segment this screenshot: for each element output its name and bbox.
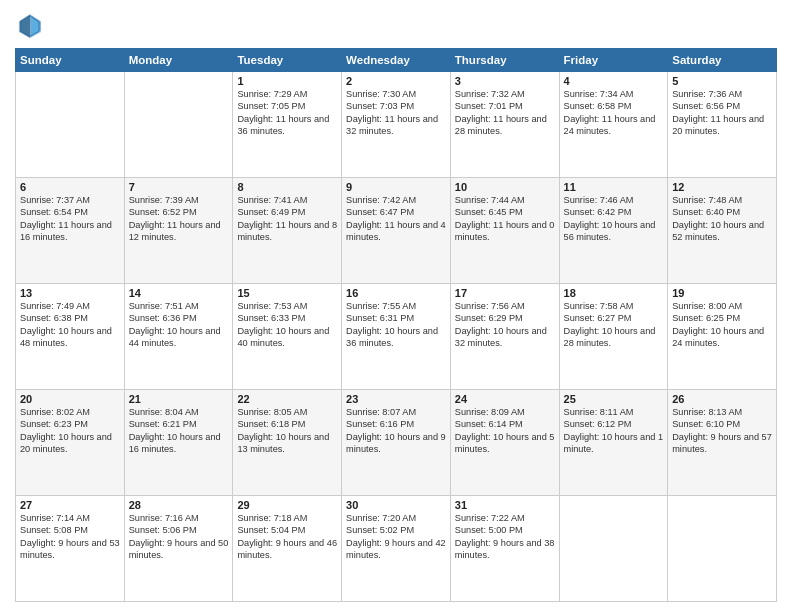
day-number: 2 [346, 75, 446, 87]
day-number: 25 [564, 393, 664, 405]
calendar-week-1: 1Sunrise: 7:29 AMSunset: 7:05 PMDaylight… [16, 72, 777, 178]
day-header-sunday: Sunday [16, 49, 125, 72]
cell-info: Sunrise: 7:20 AMSunset: 5:02 PMDaylight:… [346, 512, 446, 562]
day-number: 31 [455, 499, 555, 511]
calendar-header-row: SundayMondayTuesdayWednesdayThursdayFrid… [16, 49, 777, 72]
day-number: 6 [20, 181, 120, 193]
calendar-cell: 25Sunrise: 8:11 AMSunset: 6:12 PMDayligh… [559, 390, 668, 496]
cell-info: Sunrise: 7:51 AMSunset: 6:36 PMDaylight:… [129, 300, 229, 350]
calendar-cell: 18Sunrise: 7:58 AMSunset: 6:27 PMDayligh… [559, 284, 668, 390]
day-number: 19 [672, 287, 772, 299]
calendar-cell: 30Sunrise: 7:20 AMSunset: 5:02 PMDayligh… [342, 496, 451, 602]
day-number: 12 [672, 181, 772, 193]
day-number: 18 [564, 287, 664, 299]
cell-info: Sunrise: 8:09 AMSunset: 6:14 PMDaylight:… [455, 406, 555, 456]
calendar-week-2: 6Sunrise: 7:37 AMSunset: 6:54 PMDaylight… [16, 178, 777, 284]
day-number: 8 [237, 181, 337, 193]
cell-info: Sunrise: 7:58 AMSunset: 6:27 PMDaylight:… [564, 300, 664, 350]
logo-icon [15, 10, 45, 40]
day-header-monday: Monday [124, 49, 233, 72]
day-number: 10 [455, 181, 555, 193]
calendar-cell: 21Sunrise: 8:04 AMSunset: 6:21 PMDayligh… [124, 390, 233, 496]
day-number: 29 [237, 499, 337, 511]
calendar-cell: 16Sunrise: 7:55 AMSunset: 6:31 PMDayligh… [342, 284, 451, 390]
day-number: 5 [672, 75, 772, 87]
calendar-cell: 3Sunrise: 7:32 AMSunset: 7:01 PMDaylight… [450, 72, 559, 178]
day-number: 1 [237, 75, 337, 87]
cell-info: Sunrise: 7:39 AMSunset: 6:52 PMDaylight:… [129, 194, 229, 244]
calendar-cell [668, 496, 777, 602]
calendar-week-4: 20Sunrise: 8:02 AMSunset: 6:23 PMDayligh… [16, 390, 777, 496]
calendar-cell: 22Sunrise: 8:05 AMSunset: 6:18 PMDayligh… [233, 390, 342, 496]
calendar-cell: 7Sunrise: 7:39 AMSunset: 6:52 PMDaylight… [124, 178, 233, 284]
cell-info: Sunrise: 7:44 AMSunset: 6:45 PMDaylight:… [455, 194, 555, 244]
calendar-cell: 28Sunrise: 7:16 AMSunset: 5:06 PMDayligh… [124, 496, 233, 602]
day-number: 17 [455, 287, 555, 299]
cell-info: Sunrise: 7:48 AMSunset: 6:40 PMDaylight:… [672, 194, 772, 244]
cell-info: Sunrise: 8:05 AMSunset: 6:18 PMDaylight:… [237, 406, 337, 456]
day-header-tuesday: Tuesday [233, 49, 342, 72]
calendar-cell: 31Sunrise: 7:22 AMSunset: 5:00 PMDayligh… [450, 496, 559, 602]
calendar-cell: 10Sunrise: 7:44 AMSunset: 6:45 PMDayligh… [450, 178, 559, 284]
calendar-cell [559, 496, 668, 602]
calendar-cell: 17Sunrise: 7:56 AMSunset: 6:29 PMDayligh… [450, 284, 559, 390]
calendar-cell: 27Sunrise: 7:14 AMSunset: 5:08 PMDayligh… [16, 496, 125, 602]
calendar-cell: 23Sunrise: 8:07 AMSunset: 6:16 PMDayligh… [342, 390, 451, 496]
cell-info: Sunrise: 7:55 AMSunset: 6:31 PMDaylight:… [346, 300, 446, 350]
day-number: 16 [346, 287, 446, 299]
cell-info: Sunrise: 8:04 AMSunset: 6:21 PMDaylight:… [129, 406, 229, 456]
calendar-cell: 6Sunrise: 7:37 AMSunset: 6:54 PMDaylight… [16, 178, 125, 284]
calendar-cell [124, 72, 233, 178]
day-number: 22 [237, 393, 337, 405]
cell-info: Sunrise: 7:32 AMSunset: 7:01 PMDaylight:… [455, 88, 555, 138]
calendar-cell: 29Sunrise: 7:18 AMSunset: 5:04 PMDayligh… [233, 496, 342, 602]
day-number: 20 [20, 393, 120, 405]
cell-info: Sunrise: 7:18 AMSunset: 5:04 PMDaylight:… [237, 512, 337, 562]
calendar-cell: 14Sunrise: 7:51 AMSunset: 6:36 PMDayligh… [124, 284, 233, 390]
cell-info: Sunrise: 7:56 AMSunset: 6:29 PMDaylight:… [455, 300, 555, 350]
calendar-cell: 1Sunrise: 7:29 AMSunset: 7:05 PMDaylight… [233, 72, 342, 178]
day-number: 4 [564, 75, 664, 87]
calendar-cell: 19Sunrise: 8:00 AMSunset: 6:25 PMDayligh… [668, 284, 777, 390]
calendar-cell: 4Sunrise: 7:34 AMSunset: 6:58 PMDaylight… [559, 72, 668, 178]
cell-info: Sunrise: 8:00 AMSunset: 6:25 PMDaylight:… [672, 300, 772, 350]
day-header-saturday: Saturday [668, 49, 777, 72]
cell-info: Sunrise: 7:30 AMSunset: 7:03 PMDaylight:… [346, 88, 446, 138]
calendar-cell: 9Sunrise: 7:42 AMSunset: 6:47 PMDaylight… [342, 178, 451, 284]
day-number: 27 [20, 499, 120, 511]
cell-info: Sunrise: 7:29 AMSunset: 7:05 PMDaylight:… [237, 88, 337, 138]
day-number: 21 [129, 393, 229, 405]
day-number: 15 [237, 287, 337, 299]
day-number: 14 [129, 287, 229, 299]
day-number: 23 [346, 393, 446, 405]
cell-info: Sunrise: 7:16 AMSunset: 5:06 PMDaylight:… [129, 512, 229, 562]
cell-info: Sunrise: 7:42 AMSunset: 6:47 PMDaylight:… [346, 194, 446, 244]
day-header-wednesday: Wednesday [342, 49, 451, 72]
calendar-week-3: 13Sunrise: 7:49 AMSunset: 6:38 PMDayligh… [16, 284, 777, 390]
calendar-cell: 2Sunrise: 7:30 AMSunset: 7:03 PMDaylight… [342, 72, 451, 178]
cell-info: Sunrise: 7:53 AMSunset: 6:33 PMDaylight:… [237, 300, 337, 350]
cell-info: Sunrise: 7:22 AMSunset: 5:00 PMDaylight:… [455, 512, 555, 562]
page: SundayMondayTuesdayWednesdayThursdayFrid… [0, 0, 792, 612]
day-header-thursday: Thursday [450, 49, 559, 72]
calendar-table: SundayMondayTuesdayWednesdayThursdayFrid… [15, 48, 777, 602]
day-number: 7 [129, 181, 229, 193]
day-header-friday: Friday [559, 49, 668, 72]
calendar-cell: 11Sunrise: 7:46 AMSunset: 6:42 PMDayligh… [559, 178, 668, 284]
day-number: 9 [346, 181, 446, 193]
calendar-cell: 24Sunrise: 8:09 AMSunset: 6:14 PMDayligh… [450, 390, 559, 496]
cell-info: Sunrise: 7:49 AMSunset: 6:38 PMDaylight:… [20, 300, 120, 350]
day-number: 3 [455, 75, 555, 87]
calendar-week-5: 27Sunrise: 7:14 AMSunset: 5:08 PMDayligh… [16, 496, 777, 602]
calendar-cell: 15Sunrise: 7:53 AMSunset: 6:33 PMDayligh… [233, 284, 342, 390]
calendar-cell: 20Sunrise: 8:02 AMSunset: 6:23 PMDayligh… [16, 390, 125, 496]
day-number: 28 [129, 499, 229, 511]
cell-info: Sunrise: 8:07 AMSunset: 6:16 PMDaylight:… [346, 406, 446, 456]
calendar-cell: 8Sunrise: 7:41 AMSunset: 6:49 PMDaylight… [233, 178, 342, 284]
calendar-cell: 13Sunrise: 7:49 AMSunset: 6:38 PMDayligh… [16, 284, 125, 390]
calendar-cell: 12Sunrise: 7:48 AMSunset: 6:40 PMDayligh… [668, 178, 777, 284]
header [15, 10, 777, 40]
cell-info: Sunrise: 7:36 AMSunset: 6:56 PMDaylight:… [672, 88, 772, 138]
cell-info: Sunrise: 7:14 AMSunset: 5:08 PMDaylight:… [20, 512, 120, 562]
cell-info: Sunrise: 8:13 AMSunset: 6:10 PMDaylight:… [672, 406, 772, 456]
